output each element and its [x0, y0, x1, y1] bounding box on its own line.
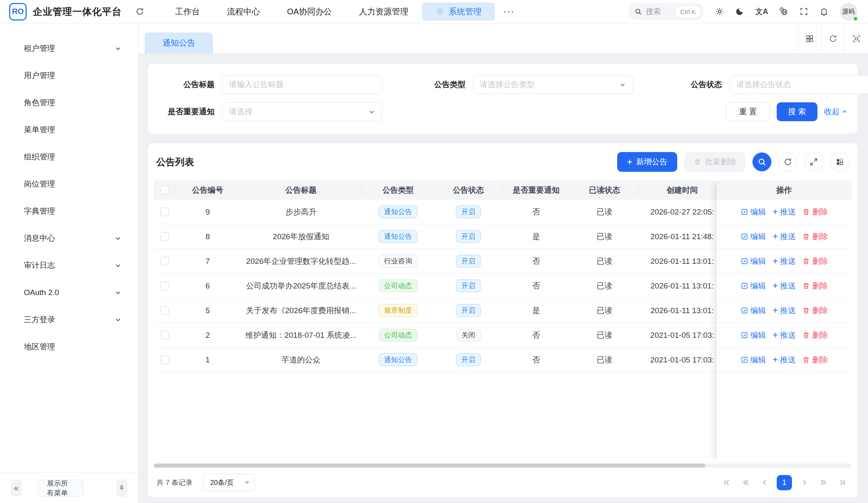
delete-link[interactable]: 删除 [802, 256, 828, 267]
nav-refresh-icon[interactable] [135, 7, 144, 16]
tab-grid-icon[interactable] [798, 23, 821, 53]
delete-link[interactable]: 删除 [802, 355, 828, 365]
table-search-icon[interactable] [752, 152, 771, 171]
notice-type-select[interactable]: 请选择公告类型 [473, 75, 633, 94]
column-settings-icon[interactable] [830, 152, 849, 171]
read-status-cell: 已读 [570, 249, 639, 273]
notice-id-cell: 5 [175, 298, 240, 323]
action-row: 编辑 + 推送 删除 [717, 224, 852, 249]
sidebar-item[interactable]: 菜单管理 [0, 116, 138, 143]
add-notice-button[interactable]: + 新增公告 [617, 152, 677, 172]
action-row: 编辑 + 推送 删除 [717, 274, 852, 298]
push-link[interactable]: + 推送 [773, 207, 796, 217]
next-page-button[interactable] [797, 476, 811, 489]
menu-item-workbench[interactable]: 工作台 [162, 2, 213, 21]
tab-notice-announcement[interactable]: 通知公告 [145, 32, 213, 53]
last-page-button[interactable] [835, 476, 849, 489]
notice-title-cell: 公司成功举办2025年度总结表... [240, 274, 362, 298]
collapse-filter-link[interactable]: 收起 [824, 106, 848, 117]
sidebar-item[interactable]: 字典管理 [0, 198, 138, 225]
push-link[interactable]: + 推送 [773, 281, 796, 291]
app-title: 企业管理一体化平台 [33, 5, 122, 18]
notice-type-tag: 公司动态 [379, 329, 417, 341]
edit-link[interactable]: 编辑 [741, 355, 766, 365]
delete-link[interactable]: 删除 [802, 281, 828, 291]
edit-link[interactable]: 编辑 [741, 305, 766, 316]
translate-icon[interactable]: 文A [755, 7, 768, 16]
edit-link[interactable]: 编辑 [741, 330, 766, 341]
delete-link[interactable]: 删除 [802, 305, 828, 316]
current-page[interactable]: 1 [777, 475, 792, 490]
fullscreen-icon[interactable] [799, 7, 808, 16]
search-button[interactable]: 搜 索 [777, 102, 817, 121]
app-logo[interactable]: RO [9, 3, 27, 21]
sidebar: 租户管理 用户管理 角色管理 菜单管理 组织管理 岗位管理 字典管理 消息中心 … [0, 23, 139, 503]
sidebar-item[interactable]: 三方登录 [0, 306, 138, 333]
menu-item-system-admin[interactable]: 系统管理 [422, 2, 495, 21]
menu-item-hr[interactable]: 人力资源管理 [345, 2, 422, 21]
edit-link[interactable]: 编辑 [741, 207, 766, 217]
table-refresh-icon[interactable] [778, 152, 797, 171]
next-5-pages-button[interactable] [816, 476, 830, 489]
sidebar-item[interactable]: 岗位管理 [0, 171, 138, 198]
sidebar-item[interactable]: 角色管理 [0, 89, 138, 116]
dark-mode-moon-icon[interactable] [735, 7, 744, 16]
edit-link[interactable]: 编辑 [741, 281, 766, 291]
push-link[interactable]: + 推送 [773, 231, 796, 242]
row-checkbox[interactable] [160, 281, 169, 290]
sidebar-item[interactable]: 地区管理 [0, 333, 138, 360]
notifications-bell-icon[interactable] [819, 7, 829, 16]
more-menu-icon[interactable]: ··· [495, 6, 523, 17]
show-all-menus-button[interactable]: 展示所有菜单 [37, 480, 83, 497]
sidebar-item[interactable]: OAuth 2.0 [0, 279, 138, 306]
user-avatar[interactable]: 源码 [840, 3, 857, 21]
select-all-checkbox[interactable] [160, 186, 169, 194]
action-row: 编辑 + 推送 删除 [717, 249, 852, 274]
edit-pencil-icon [741, 331, 748, 339]
row-checkbox[interactable] [160, 257, 169, 265]
push-link[interactable]: + 推送 [773, 305, 796, 316]
delete-link[interactable]: 删除 [802, 207, 828, 217]
menu-item-process-center[interactable]: 流程中心 [213, 2, 273, 21]
sidebar-item[interactable]: 租户管理 [0, 35, 138, 62]
edit-link[interactable]: 编辑 [741, 256, 766, 267]
sidebar-item[interactable]: 组织管理 [0, 143, 138, 171]
tab-refresh-icon[interactable] [821, 23, 845, 53]
plus-icon: + [773, 232, 778, 241]
first-page-button[interactable] [720, 476, 734, 489]
push-link[interactable]: + 推送 [773, 256, 796, 267]
notice-status-select[interactable]: 请选择公告状态 [729, 75, 868, 94]
tab-maximize-icon[interactable] [845, 23, 868, 53]
menu-item-oa[interactable]: OA协同办公 [273, 2, 345, 21]
important-notice-select[interactable]: 请选择 [222, 102, 382, 121]
row-checkbox[interactable] [160, 331, 169, 339]
notice-id-cell: 7 [175, 249, 240, 273]
settings-gear-icon[interactable] [715, 7, 724, 16]
notice-type-tag: 通知公告 [379, 230, 417, 243]
table-fullscreen-icon[interactable] [804, 152, 823, 171]
notice-title-input[interactable] [222, 75, 382, 94]
reset-button[interactable]: 重 置 [726, 102, 770, 121]
edit-link[interactable]: 编辑 [741, 231, 766, 242]
push-link[interactable]: + 推送 [773, 355, 796, 365]
prev-page-button[interactable] [758, 476, 771, 489]
row-checkbox[interactable] [160, 208, 169, 216]
sidebar-item[interactable]: 消息中心 [0, 225, 138, 252]
page-size-select[interactable]: 20条/页 [203, 474, 255, 491]
push-link[interactable]: + 推送 [773, 330, 796, 341]
delete-link[interactable]: 删除 [802, 330, 828, 341]
horizontal-scrollbar-thumb[interactable] [154, 464, 705, 468]
sidebar-item[interactable]: 用户管理 [0, 62, 138, 89]
row-checkbox[interactable] [160, 232, 169, 241]
collapse-sidebar-button[interactable]: « [11, 480, 22, 497]
global-search[interactable]: 搜索 Ctrl K [628, 3, 704, 20]
plus-icon: + [773, 256, 778, 266]
timezone-globe-icon[interactable] [779, 7, 788, 16]
row-checkbox[interactable] [160, 355, 169, 364]
action-rows: 编辑 + 推送 删除 编辑 + 推送 删除 编辑 + 推 [717, 200, 852, 372]
row-checkbox[interactable] [160, 306, 169, 315]
sidebar-item[interactable]: 审计日志 [0, 252, 138, 279]
delete-link[interactable]: 删除 [802, 231, 828, 242]
pin-icon[interactable] [116, 480, 127, 497]
prev-5-pages-button[interactable] [739, 476, 752, 489]
